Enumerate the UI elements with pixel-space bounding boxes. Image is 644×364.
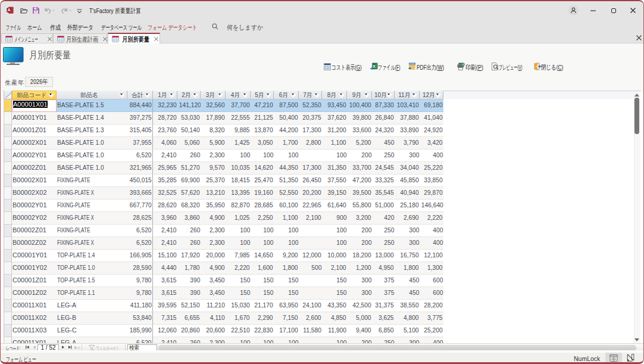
svg-text:X: X — [373, 64, 376, 69]
svg-text:A: A — [8, 8, 11, 12]
svg-text:*: * — [78, 346, 80, 350]
